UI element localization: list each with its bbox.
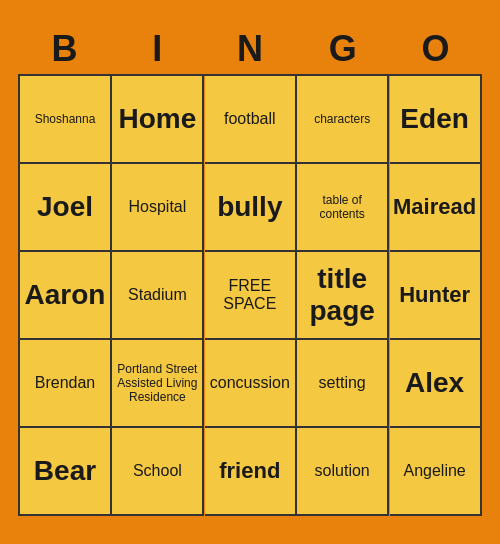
- bingo-cell-17: concussion: [205, 340, 297, 428]
- bingo-card: B I N G O ShoshannaHomefootballcharacter…: [10, 20, 490, 524]
- bingo-grid: ShoshannaHomefootballcharactersEdenJoelH…: [18, 74, 482, 516]
- bingo-cell-14: Hunter: [390, 252, 482, 340]
- bingo-cell-23: solution: [297, 428, 389, 516]
- bingo-cell-10: Aaron: [20, 252, 112, 340]
- header-n: N: [206, 28, 294, 70]
- bingo-cell-13: title page: [297, 252, 389, 340]
- bingo-cell-19: Alex: [390, 340, 482, 428]
- bingo-cell-8: table of contents: [297, 164, 389, 252]
- bingo-cell-12: FREE SPACE: [205, 252, 297, 340]
- bingo-cell-16: Portland Street Assisted Living Residenc…: [112, 340, 204, 428]
- bingo-header: B I N G O: [18, 28, 482, 70]
- bingo-cell-9: Mairead: [390, 164, 482, 252]
- bingo-cell-1: Home: [112, 76, 204, 164]
- bingo-cell-5: Joel: [20, 164, 112, 252]
- header-o: O: [392, 28, 480, 70]
- bingo-cell-22: friend: [205, 428, 297, 516]
- header-g: G: [299, 28, 387, 70]
- bingo-cell-6: Hospital: [112, 164, 204, 252]
- bingo-cell-2: football: [205, 76, 297, 164]
- bingo-cell-15: Brendan: [20, 340, 112, 428]
- bingo-cell-4: Eden: [390, 76, 482, 164]
- bingo-cell-21: School: [112, 428, 204, 516]
- bingo-cell-3: characters: [297, 76, 389, 164]
- bingo-cell-24: Angeline: [390, 428, 482, 516]
- bingo-cell-11: Stadium: [112, 252, 204, 340]
- bingo-cell-0: Shoshanna: [20, 76, 112, 164]
- bingo-cell-20: Bear: [20, 428, 112, 516]
- bingo-cell-18: setting: [297, 340, 389, 428]
- bingo-cell-7: bully: [205, 164, 297, 252]
- header-i: I: [113, 28, 201, 70]
- header-b: B: [20, 28, 108, 70]
